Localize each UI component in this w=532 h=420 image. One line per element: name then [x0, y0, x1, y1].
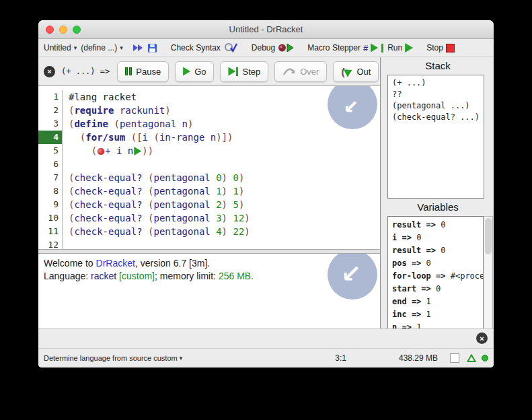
- break-kill-icon[interactable]: ×: [476, 332, 488, 344]
- stack-frame-item[interactable]: (+ ...): [388, 77, 484, 89]
- line-number: 1: [38, 90, 63, 104]
- definitions-editor[interactable]: 1#lang racket2(require rackunit)3(define…: [38, 85, 380, 249]
- code-text: [63, 238, 69, 249]
- close-window-button[interactable]: [46, 26, 54, 34]
- go-icon: [183, 67, 190, 76]
- line-number: 3: [38, 117, 63, 131]
- code-line[interactable]: 3(define (pentagonal n): [38, 117, 380, 131]
- hash-icon: #: [363, 43, 368, 53]
- go-button[interactable]: Go: [175, 61, 214, 82]
- untitled-dropdown[interactable]: Untitled ▾: [44, 43, 77, 53]
- stack-panel-title: Stack: [381, 57, 494, 73]
- variables-list[interactable]: result => 0i => 0result => 0pos => 0for-…: [387, 216, 484, 332]
- caret-position: 3:1: [335, 353, 346, 363]
- code-line[interactable]: 11(check-equal? (pentagonal 4) 22): [38, 225, 380, 238]
- drracket-watermark-icon: ↙: [328, 254, 377, 300]
- code-text: (for/sum ([i (in-range n)]): [63, 131, 233, 144]
- code-line[interactable]: 6: [38, 158, 380, 171]
- check-syntax-button[interactable]: Check Syntax: [171, 42, 238, 53]
- save-button[interactable]: [147, 43, 157, 53]
- code-line[interactable]: 4 (for/sum ([i (in-range n)]): [38, 131, 380, 144]
- out-icon: (: [341, 67, 352, 77]
- bug-play-icon: [278, 42, 294, 53]
- variable-item[interactable]: inc => 1: [388, 308, 483, 321]
- step-button[interactable]: Step: [220, 61, 268, 82]
- line-number: 11: [38, 225, 63, 238]
- variable-item[interactable]: result => 0: [388, 244, 483, 257]
- define-navigator-dropdown[interactable]: (define ...) ▾: [81, 43, 123, 53]
- breakpoint-icon[interactable]: [98, 148, 104, 155]
- close-debugger-icon[interactable]: ×: [44, 66, 55, 77]
- drracket-link[interactable]: DrRacket: [96, 258, 135, 269]
- interactions-area[interactable]: Welcome to DrRacket, version 6.7 [3m].La…: [38, 254, 380, 328]
- debug-button[interactable]: Debug: [252, 42, 294, 53]
- traffic-lights: [46, 20, 81, 38]
- stack-frame-item[interactable]: ??: [388, 89, 484, 100]
- left-column: × (+ ...) => Pause Go Step: [38, 57, 380, 328]
- step-bar-icon: [381, 44, 383, 53]
- line-number: 12: [38, 238, 63, 249]
- code-text: (check-equal? (pentagonal 3) 12): [63, 211, 250, 225]
- debugger-side-panel: Stack (+ ...)??(pentagonal ...)(check-eq…: [380, 57, 494, 328]
- code-line[interactable]: 9(check-equal? (pentagonal 2) 5): [38, 198, 380, 211]
- zoom-window-button[interactable]: [73, 26, 81, 34]
- jump-to-definition-icon[interactable]: [132, 43, 143, 53]
- code-line[interactable]: 7(check-equal? (pentagonal 0) 0): [38, 171, 380, 184]
- main-toolbar: Untitled ▾ (define ...) ▾ Check Syntax: [38, 39, 494, 57]
- line-number: 9: [38, 198, 63, 211]
- code-text: [63, 158, 69, 171]
- line-number: 6: [38, 158, 63, 171]
- status-indicator-icon: [482, 355, 488, 361]
- over-arc-icon: [282, 67, 296, 76]
- code-text: (require rackunit): [63, 104, 171, 117]
- line-number: 2: [38, 104, 63, 117]
- variable-item[interactable]: result => 0: [388, 219, 483, 232]
- line-number-highlighted: 4: [38, 131, 63, 144]
- stack-list[interactable]: (+ ...)??(pentagonal ...)(check-equal? .…: [387, 75, 484, 199]
- line-number: 10: [38, 211, 63, 225]
- debugger-toolbar: × (+ ...) => Pause Go Step: [38, 57, 380, 85]
- code-line[interactable]: 10(check-equal? (pentagonal 3) 12): [38, 211, 380, 225]
- logging-checkbox[interactable]: [450, 353, 459, 363]
- run-icon: [405, 43, 413, 53]
- save-disk-icon: [147, 43, 157, 53]
- line-number: 8: [38, 184, 63, 198]
- pane-splitter[interactable]: [38, 249, 380, 254]
- code-text: #lang racket: [63, 90, 137, 104]
- execution-arrow-icon: [134, 147, 141, 155]
- line-number: 5: [38, 144, 63, 158]
- code-text: (check-equal? (pentagonal 4) 22): [63, 225, 250, 238]
- run-button[interactable]: Run: [387, 43, 413, 53]
- variables-scrollbar[interactable]: [484, 216, 493, 332]
- recycle-icon[interactable]: [467, 354, 476, 363]
- window-title: Untitled - DrRacket: [229, 24, 303, 34]
- stack-frame-item[interactable]: (pentagonal ...): [388, 100, 484, 112]
- over-button[interactable]: Over: [274, 61, 327, 82]
- code-line[interactable]: 5 (+ i n)): [38, 144, 380, 158]
- stop-button[interactable]: Stop: [426, 43, 455, 53]
- code-line[interactable]: 12: [38, 238, 380, 249]
- chevron-down-icon: ▾: [74, 44, 77, 51]
- variable-item[interactable]: start => 0: [388, 283, 483, 295]
- variables-panel-title: Variables: [381, 199, 494, 215]
- out-button[interactable]: ( Out: [333, 61, 379, 82]
- status-bar: Determine language from source custom ▾ …: [38, 348, 494, 368]
- code-text: (check-equal? (pentagonal 2) 5): [63, 198, 244, 211]
- variable-item[interactable]: end => 1: [388, 295, 483, 308]
- language-selector[interactable]: Determine language from source custom ▾: [44, 354, 182, 362]
- stack-frame-item[interactable]: (check-equal? ...): [388, 112, 484, 123]
- variable-item[interactable]: pos => 0: [388, 257, 483, 270]
- bottom-strip: ×: [38, 328, 494, 348]
- stop-icon: [446, 44, 455, 53]
- title-bar[interactable]: Untitled - DrRacket: [38, 20, 494, 39]
- scrollbar-thumb[interactable]: [485, 218, 492, 254]
- code-text: (check-equal? (pentagonal 0) 0): [63, 171, 244, 184]
- minimize-window-button[interactable]: [59, 26, 67, 34]
- code-text: (check-equal? (pentagonal 1) 1): [63, 184, 244, 198]
- pause-button[interactable]: Pause: [117, 61, 169, 82]
- variable-item[interactable]: for-loop => #<proce: [388, 270, 483, 283]
- debug-expression: (+ ...) =>: [61, 67, 110, 76]
- variable-item[interactable]: i => 0: [388, 232, 483, 244]
- macro-stepper-button[interactable]: Macro Stepper #: [307, 43, 383, 53]
- code-line[interactable]: 8(check-equal? (pentagonal 1) 1): [38, 184, 380, 198]
